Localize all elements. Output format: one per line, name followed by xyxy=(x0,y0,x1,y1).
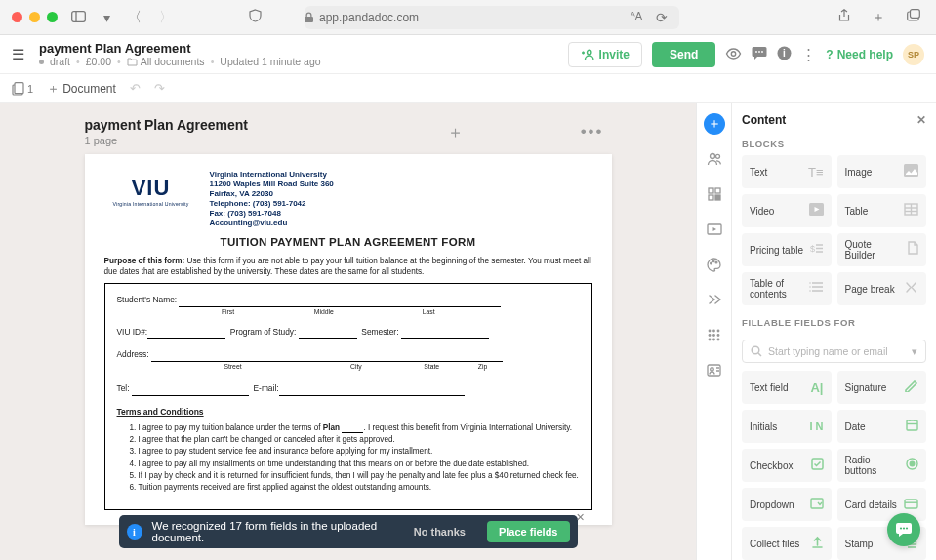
refresh-icon[interactable]: ⟳ xyxy=(652,10,671,25)
pages-icon[interactable]: 1 xyxy=(12,82,33,96)
status-text: draft xyxy=(50,56,70,67)
panel-title: Content xyxy=(742,113,786,127)
svg-point-4 xyxy=(732,52,736,56)
share-icon[interactable] xyxy=(834,9,854,26)
sidebar-icon[interactable] xyxy=(67,10,90,25)
university-info: Virginia International University 11200 … xyxy=(210,170,334,228)
form-box: Student's Name: First Middle Last VIU ID… xyxy=(104,283,592,510)
rail-design-icon[interactable] xyxy=(704,254,725,275)
svg-point-24 xyxy=(709,334,712,337)
browser-chrome: ▾ 〈 〉 app.pandadoc.com ᴬA ⟳ ＋ xyxy=(0,0,936,35)
block-pricing-table[interactable]: Pricing table$ xyxy=(742,233,832,266)
more-icon[interactable]: ••• xyxy=(581,122,604,141)
field-date[interactable]: Date xyxy=(837,410,927,443)
field-signature[interactable]: Signature xyxy=(837,371,927,404)
svg-point-26 xyxy=(717,334,720,337)
svg-point-25 xyxy=(712,334,715,337)
document-page: VIU Virginia International University Vi… xyxy=(85,154,612,525)
svg-point-31 xyxy=(711,367,714,371)
place-fields-button[interactable]: Place fields xyxy=(487,521,570,542)
rail-grid-icon[interactable] xyxy=(704,183,725,205)
undo-icon[interactable]: ↶ xyxy=(130,81,141,96)
block-table[interactable]: Table xyxy=(837,194,927,227)
close-window-icon[interactable] xyxy=(12,12,22,22)
field-initials[interactable]: InitialsI N xyxy=(742,410,832,443)
page-title: payment Plan Agreement xyxy=(85,117,249,133)
no-thanks-button[interactable]: No thanks xyxy=(402,521,477,542)
canvas: payment Plan Agreement 1 page ＋ ••• VIU … xyxy=(0,103,696,560)
card-icon xyxy=(904,498,918,512)
svg-text:i: i xyxy=(783,48,786,59)
add-block-icon[interactable]: ＋ xyxy=(447,121,464,143)
block-image[interactable]: Image xyxy=(837,155,927,188)
chat-bubble-icon[interactable] xyxy=(887,513,920,546)
rail-variables-icon[interactable] xyxy=(704,289,725,310)
page-count: 1 page xyxy=(85,135,249,146)
avatar[interactable]: SP xyxy=(903,44,924,65)
field-radio-buttons[interactable]: Radiobuttons xyxy=(837,449,927,482)
doc-title-header: payment Plan Agreement xyxy=(39,41,321,56)
rail-contact-icon[interactable] xyxy=(704,359,725,380)
invite-button[interactable]: Invite xyxy=(568,42,642,67)
reader-icon[interactable]: ᴬA xyxy=(627,10,646,25)
minimize-window-icon[interactable] xyxy=(29,12,40,22)
field-collect-files[interactable]: Collect files xyxy=(742,527,832,560)
search-icon xyxy=(751,345,762,357)
chevron-down-icon[interactable]: ▾ xyxy=(100,10,114,25)
panel-close-icon[interactable]: ✕ xyxy=(916,113,926,127)
info-toast-icon: i xyxy=(127,524,142,540)
field-dropdown[interactable]: Dropdown xyxy=(742,488,832,521)
block-quote-builder[interactable]: QuoteBuilder xyxy=(837,233,927,266)
toast-close-icon[interactable]: ✕ xyxy=(576,511,590,525)
recipient-search[interactable]: Start typing name or email ▾ xyxy=(742,340,926,363)
new-tab-icon[interactable]: ＋ xyxy=(868,9,889,26)
folder-breadcrumb[interactable]: All documents xyxy=(127,56,205,67)
block-toc[interactable]: Table ofcontents xyxy=(742,272,832,305)
rail-recipients-icon[interactable] xyxy=(704,148,725,170)
chevron-down-icon: ▾ xyxy=(912,345,917,357)
rail-add-icon[interactable]: ＋ xyxy=(704,113,725,135)
rail-media-icon[interactable] xyxy=(704,219,725,240)
field-checkbox[interactable]: Checkbox xyxy=(742,449,832,482)
tabs-icon[interactable] xyxy=(903,9,924,26)
redo-icon[interactable]: ↷ xyxy=(154,81,165,96)
shield-icon[interactable] xyxy=(245,9,265,25)
svg-rect-10 xyxy=(15,82,23,93)
need-help-button[interactable]: ? Need help xyxy=(826,48,893,61)
svg-rect-50 xyxy=(907,420,917,430)
maximize-window-icon[interactable] xyxy=(47,12,58,22)
svg-point-5 xyxy=(755,51,757,53)
radio-icon xyxy=(906,458,918,473)
quote-block-icon xyxy=(907,241,918,258)
block-page-break[interactable]: Page break xyxy=(837,272,927,305)
table-block-icon xyxy=(904,203,918,219)
svg-point-7 xyxy=(761,51,763,53)
right-rail: ＋ xyxy=(696,103,731,560)
signature-icon xyxy=(904,380,918,395)
folder-icon xyxy=(127,57,138,66)
rail-apps-icon[interactable] xyxy=(704,324,725,345)
block-video[interactable]: Video xyxy=(742,194,832,227)
svg-rect-13 xyxy=(709,188,713,193)
svg-rect-0 xyxy=(72,11,86,21)
updated-text: Updated 1 minute ago xyxy=(220,56,320,67)
field-text-field[interactable]: Text fieldA| xyxy=(742,371,832,404)
back-icon[interactable]: 〈 xyxy=(124,9,145,26)
svg-point-3 xyxy=(587,50,590,54)
add-doc-button[interactable]: ＋ Document xyxy=(47,80,116,98)
app-header: ☰ payment Plan Agreement draft • £0.00 •… xyxy=(0,35,936,74)
menu-icon[interactable]: ☰ xyxy=(12,46,24,63)
video-block-icon xyxy=(809,203,824,219)
chat-icon[interactable] xyxy=(752,46,767,63)
block-text[interactable]: TextT≡ xyxy=(742,155,832,188)
address-bar[interactable]: app.pandadoc.com ᴬA ⟳ xyxy=(305,6,679,29)
form-title: TUITION PAYMENT PLAN AGREEMENT FORM xyxy=(104,236,592,248)
svg-point-61 xyxy=(903,527,905,529)
svg-text:$: $ xyxy=(810,244,815,254)
send-button[interactable]: Send xyxy=(652,42,715,67)
doc-toolbar: 1 ＋ Document ↶ ↷ xyxy=(0,74,936,103)
preview-icon[interactable] xyxy=(725,46,742,62)
svg-point-46 xyxy=(809,287,811,289)
info-icon[interactable]: i xyxy=(777,46,792,63)
kebab-icon[interactable]: ⋮ xyxy=(801,46,816,63)
